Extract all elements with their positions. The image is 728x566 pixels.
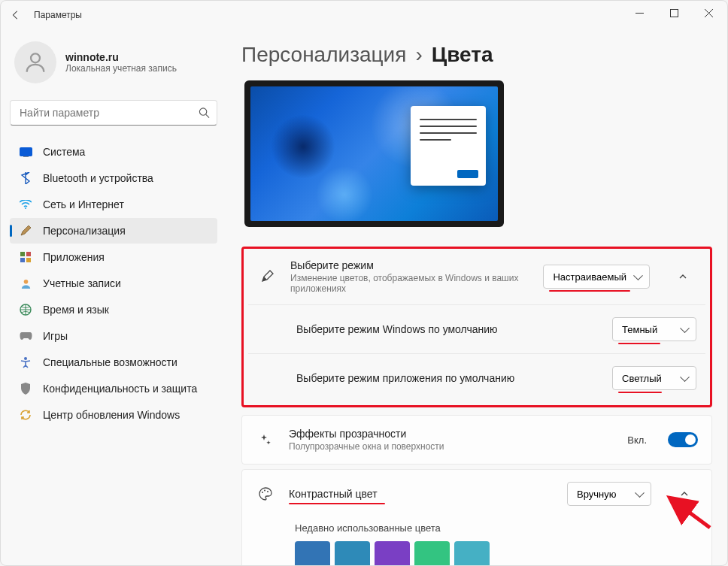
row-title: Эффекты прозрачности xyxy=(289,428,614,440)
nav-apps[interactable]: Приложения xyxy=(10,244,217,270)
accounts-icon xyxy=(19,277,32,290)
search-input[interactable] xyxy=(10,100,217,126)
minimize-button[interactable] xyxy=(622,1,657,25)
nav-accessibility[interactable]: Специальные возможности xyxy=(10,350,217,375)
row-title: Выберите режим Windows по умолчанию xyxy=(296,323,599,335)
color-swatch[interactable] xyxy=(295,541,330,565)
search-icon xyxy=(199,107,210,119)
mode-dropdown[interactable]: Настраиваемый xyxy=(543,265,650,289)
app-mode-dropdown[interactable]: Светлый xyxy=(612,366,696,390)
bluetooth-icon xyxy=(19,171,32,185)
nav-bluetooth[interactable]: Bluetooth и устройства xyxy=(10,165,217,191)
color-swatch[interactable] xyxy=(335,541,370,565)
nav-label: Учетные записи xyxy=(43,277,121,289)
nav-system[interactable]: Система xyxy=(10,139,217,165)
brush-icon xyxy=(257,269,277,284)
accent-color-row[interactable]: Контрастный цвет Вручную xyxy=(242,470,711,518)
user-subtitle: Локальная учетная запись xyxy=(65,63,177,74)
row-title: Контрастный цвет xyxy=(289,488,554,500)
chevron-up-icon xyxy=(678,272,687,281)
svg-point-14 xyxy=(24,357,27,360)
recent-colors-section: Недавно использованные цвета xyxy=(242,518,711,565)
update-icon xyxy=(19,408,32,422)
row-subtitle: Изменение цветов, отображаемых в Windows… xyxy=(290,273,529,294)
theme-preview xyxy=(244,80,504,227)
maximize-button[interactable] xyxy=(657,1,691,25)
breadcrumb: Персонализация › Цвета xyxy=(241,38,712,80)
back-button[interactable] xyxy=(4,3,28,27)
breadcrumb-parent[interactable]: Персонализация xyxy=(241,43,406,67)
apps-icon xyxy=(19,250,32,264)
chevron-up-icon xyxy=(680,489,689,498)
svg-rect-8 xyxy=(20,252,25,256)
recent-colors-title: Недавно использованные цвета xyxy=(295,522,698,534)
svg-point-7 xyxy=(25,207,26,209)
system-icon xyxy=(19,145,32,159)
preview-window xyxy=(411,106,486,186)
nav-label: Конфиденциальность и защита xyxy=(43,383,197,395)
close-button[interactable] xyxy=(691,1,726,25)
nav-accounts[interactable]: Учетные записи xyxy=(10,271,217,296)
transparency-toggle[interactable] xyxy=(668,432,698,447)
transparency-row[interactable]: Эффекты прозрачности Полупрозрачные окна… xyxy=(242,416,711,464)
color-swatch[interactable] xyxy=(375,541,410,565)
nav-label: Bluetooth и устройства xyxy=(43,172,153,184)
titlebar: Параметры xyxy=(1,1,727,29)
palette-icon xyxy=(256,486,275,501)
brush-icon xyxy=(19,224,32,238)
nav-label: Специальные возможности xyxy=(43,356,177,368)
mode-settings-group: Выберите режим Изменение цветов, отображ… xyxy=(241,247,712,407)
breadcrumb-separator: › xyxy=(415,43,422,67)
svg-line-4 xyxy=(206,114,209,117)
nav-network[interactable]: Сеть и Интернет xyxy=(10,192,217,217)
breadcrumb-current: Цвета xyxy=(432,43,493,67)
color-swatch[interactable] xyxy=(414,541,450,565)
close-icon xyxy=(705,9,713,17)
nav-label: Время и язык xyxy=(43,304,109,316)
row-title: Выберите режим приложения по умолчанию xyxy=(296,372,599,384)
accessibility-icon xyxy=(19,356,32,369)
nav-label: Центр обновления Windows xyxy=(43,409,180,421)
user-block[interactable]: winnote.ru Локальная учетная запись xyxy=(10,35,217,97)
row-title: Выберите режим xyxy=(290,259,529,271)
choose-mode-row[interactable]: Выберите режим Изменение цветов, отображ… xyxy=(244,249,710,304)
collapse-button[interactable] xyxy=(669,263,696,290)
nav-update[interactable]: Центр обновления Windows xyxy=(10,402,217,428)
svg-rect-1 xyxy=(670,9,678,17)
window-title: Параметры xyxy=(34,10,82,20)
nav-label: Игры xyxy=(43,330,68,342)
svg-point-17 xyxy=(267,491,268,492)
accent-dropdown[interactable]: Вручную xyxy=(567,482,651,506)
shield-icon xyxy=(19,382,32,395)
main-content: Персонализация › Цвета Выберите ре xyxy=(226,29,727,565)
minimize-icon xyxy=(635,9,644,17)
nav-label: Система xyxy=(43,146,85,158)
nav-label: Приложения xyxy=(43,251,105,263)
svg-point-12 xyxy=(23,279,28,283)
windows-mode-row: Выберите режим Windows по умолчанию Темн… xyxy=(244,305,710,353)
user-name: winnote.ru xyxy=(65,51,177,63)
svg-rect-9 xyxy=(26,252,31,256)
toggle-state-label: Вкл. xyxy=(627,434,647,446)
row-subtitle: Полупрозрачные окна и поверхности xyxy=(289,441,614,452)
svg-rect-10 xyxy=(20,258,25,262)
collapse-button[interactable] xyxy=(671,480,698,507)
sparkle-icon xyxy=(256,433,275,446)
nav-label: Персонализация xyxy=(43,225,126,237)
person-icon xyxy=(23,50,48,75)
nav-time[interactable]: Время и язык xyxy=(10,297,217,322)
svg-point-3 xyxy=(199,108,206,115)
app-mode-row: Выберите режим приложения по умолчанию С… xyxy=(244,354,710,402)
wifi-icon xyxy=(19,198,32,211)
nav-privacy[interactable]: Конфиденциальность и защита xyxy=(10,376,217,401)
svg-point-16 xyxy=(264,490,265,492)
svg-point-2 xyxy=(31,53,40,62)
avatar xyxy=(14,41,56,83)
clock-globe-icon xyxy=(19,303,32,316)
nav-label: Сеть и Интернет xyxy=(43,198,124,210)
color-swatch[interactable] xyxy=(454,541,490,565)
svg-rect-6 xyxy=(23,156,29,157)
nav-personalization[interactable]: Персонализация xyxy=(10,218,217,244)
windows-mode-dropdown[interactable]: Темный xyxy=(612,317,696,341)
nav-gaming[interactable]: Игры xyxy=(10,323,217,349)
